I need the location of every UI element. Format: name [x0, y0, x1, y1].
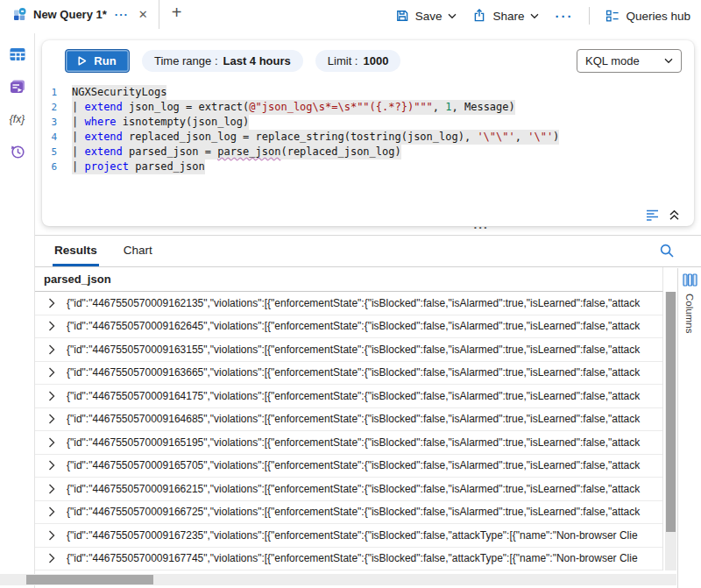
expand-chevron-icon[interactable] [48, 437, 55, 448]
table-row[interactable]: {"id":"4467550570009162645","violations"… [35, 315, 662, 339]
expand-chevron-icon[interactable] [48, 414, 55, 424]
chevron-down-icon [530, 13, 539, 19]
query-document-icon [9, 78, 26, 96]
sidebar-item-functions[interactable]: {fx} [8, 110, 27, 129]
table-row[interactable]: {"id":"4467550570009165705","violations"… [35, 455, 662, 478]
sidebar: {fx} [0, 33, 35, 588]
run-label: Run [94, 54, 116, 67]
limit-value: 1000 [363, 54, 388, 67]
horizontal-scrollbar-thumb[interactable] [26, 575, 153, 584]
row-json-text: {"id":"4467550570009165705","violations"… [67, 459, 662, 471]
share-button[interactable]: Share [472, 9, 539, 23]
play-icon [78, 56, 87, 66]
queries-hub-button[interactable]: Queries hub [605, 9, 690, 23]
new-tab-button[interactable]: + [172, 4, 182, 21]
table-row[interactable]: {"id":"4467550570009165195","violations"… [35, 431, 662, 455]
row-json-text: {"id":"4467550570009166215","violations"… [67, 483, 662, 495]
history-clock-icon [9, 143, 26, 160]
editor-footer-icons [645, 209, 680, 222]
row-json-text: {"id":"4467550570009162645","violations"… [67, 320, 662, 332]
line-number: 3 [42, 115, 72, 130]
row-json-text: {"id":"4467550570009163665","violations"… [67, 366, 662, 379]
save-button[interactable]: Save [395, 9, 457, 23]
format-lines-icon[interactable] [645, 209, 660, 222]
table-row[interactable]: {"id":"4467550570009164685","violations"… [35, 408, 662, 432]
table-row[interactable]: {"id":"4467550570009166725","violations"… [35, 501, 662, 525]
limit-pill[interactable]: Limit : 1000 [315, 50, 401, 72]
expand-chevron-icon[interactable] [48, 344, 55, 355]
query-tab[interactable]: New Query 1* ··· ✕ [0, 0, 159, 29]
table-row[interactable]: {"id":"4467550570009163155","violations"… [35, 338, 662, 362]
mode-select-value: KQL mode [585, 54, 640, 67]
table-row[interactable]: {"id":"4467550570009166215","violations"… [35, 478, 662, 501]
more-actions-button[interactable]: ··· [555, 9, 573, 24]
time-range-pill[interactable]: Time range : Last 4 hours [142, 50, 303, 72]
vertical-scrollbar-thumb[interactable] [666, 292, 676, 532]
run-button[interactable]: Run [65, 49, 130, 73]
row-json-text: {"id":"4467550570009164685","violations"… [67, 413, 662, 425]
expand-chevron-icon[interactable] [48, 391, 55, 401]
sidebar-item-connections[interactable] [8, 45, 27, 64]
line-number: 5 [42, 145, 72, 159]
mode-select[interactable]: KQL mode [577, 49, 682, 73]
expand-chevron-icon[interactable] [48, 367, 55, 378]
code-lines: 1 NGXSecurityLogs 2 | extend json_log = … [42, 85, 694, 174]
tab-bar: New Query 1* ··· ✕ + Save [0, 0, 701, 33]
row-json-text: {"id":"4467550570009163155","violations"… [67, 344, 662, 356]
sidebar-item-history[interactable] [8, 142, 27, 161]
code-line[interactable]: 3 | where isnotempty(json_log) [42, 115, 694, 130]
search-icon[interactable] [659, 243, 675, 259]
tab-chart[interactable]: Chart [122, 236, 154, 266]
code-line[interactable]: 4 | extend replaced_json_log = replace_s… [42, 130, 694, 145]
code-line[interactable]: 2 | extend json_log = extract(@"json_log… [42, 100, 694, 115]
expand-chevron-icon[interactable] [48, 484, 55, 494]
line-number: 2 [42, 100, 72, 115]
row-json-text: {"id":"4467550570009167235","violations"… [67, 529, 662, 542]
query-card: Run Time range : Last 4 hours Limit : 10… [42, 40, 694, 226]
expand-chevron-icon[interactable] [48, 460, 55, 471]
code-line[interactable]: 6 | project parsed_json [42, 159, 694, 174]
pane-resize-handle[interactable]: ••• [474, 223, 489, 231]
queries-hub-label: Queries hub [626, 10, 690, 23]
line-number: 1 [42, 85, 72, 100]
horizontal-scrollbar[interactable] [0, 574, 676, 585]
tab-more-icon[interactable]: ··· [115, 8, 129, 21]
table-icon [9, 46, 26, 63]
query-toolbar: Run Time range : Last 4 hours Limit : 10… [42, 40, 694, 80]
row-json-text: {"id":"4467550570009162135","violations"… [67, 297, 662, 309]
code-text: NGXSecurityLogs [72, 85, 166, 100]
limit-label: Limit : [328, 54, 358, 67]
expand-chevron-icon[interactable] [48, 298, 55, 308]
row-json-text: {"id":"4467550570009167745","violations"… [67, 552, 662, 564]
line-number: 4 [42, 130, 72, 145]
share-label: Share [492, 10, 524, 23]
table-row[interactable]: {"id":"4467550570009167235","violations"… [35, 524, 662, 548]
table-row[interactable]: {"id":"4467550570009164175","violations"… [35, 385, 662, 408]
row-json-text: {"id":"4467550570009165195","violations"… [67, 436, 662, 449]
collapse-double-chevron-icon[interactable] [669, 209, 680, 221]
expand-chevron-icon[interactable] [48, 507, 55, 517]
columns-panel-label: Columns [684, 294, 695, 333]
share-icon [472, 9, 486, 23]
results-tabs-row: Results Chart [35, 236, 701, 267]
columns-panel-toggle[interactable]: Columns [677, 268, 701, 588]
vertical-scrollbar[interactable] [665, 292, 676, 570]
expand-chevron-icon[interactable] [48, 530, 55, 541]
tab-close-icon[interactable]: ✕ [138, 8, 148, 21]
row-json-text: {"id":"4467550570009164175","violations"… [67, 390, 662, 402]
tab-results[interactable]: Results [53, 236, 99, 266]
query-editor[interactable]: 1 NGXSecurityLogs 2 | extend json_log = … [42, 80, 694, 174]
column-header-parsed-json[interactable]: parsed_json [35, 267, 663, 292]
expand-chevron-icon[interactable] [48, 553, 55, 563]
time-range-label: Time range : [154, 54, 218, 67]
expand-chevron-icon[interactable] [48, 321, 55, 331]
code-line[interactable]: 1 NGXSecurityLogs [42, 85, 694, 100]
header-actions: Save Share ··· [395, 0, 701, 25]
sidebar-item-queries[interactable] [8, 77, 27, 96]
row-json-text: {"id":"4467550570009166725","violations"… [67, 506, 662, 518]
table-row[interactable]: {"id":"4467550570009162135","violations"… [35, 292, 662, 315]
code-line[interactable]: 5 | extend parsed_json = parse_json(repl… [42, 145, 694, 159]
functions-icon: {fx} [10, 113, 25, 125]
table-row[interactable]: {"id":"4467550570009163665","violations"… [35, 362, 662, 386]
table-row[interactable]: {"id":"4467550570009167745","violations"… [35, 548, 662, 571]
